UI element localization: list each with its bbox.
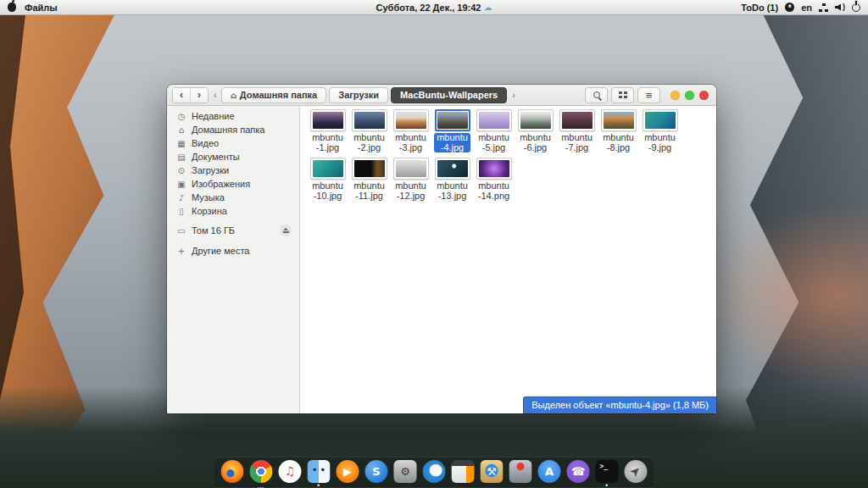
path-scroll-right-icon[interactable]: › bbox=[510, 90, 517, 100]
window-controls bbox=[670, 91, 709, 100]
file-thumbnail bbox=[393, 109, 429, 131]
dock-icon-finder[interactable]: • bbox=[308, 460, 331, 483]
file-mbuntu-7[interactable]: mbuntu -7.jpg bbox=[556, 109, 598, 158]
breadcrumb-tab-downloads[interactable]: Загрузки bbox=[329, 87, 388, 103]
search-icon bbox=[593, 92, 600, 98]
forward-button[interactable]: › bbox=[190, 88, 208, 103]
menu-button[interactable]: ≡ bbox=[637, 87, 660, 103]
file-label: mbuntu -13.jpg bbox=[437, 181, 468, 201]
grid-view-button[interactable] bbox=[611, 87, 634, 103]
file-manager-window: ‹ › ‹ ⌂ Домашняя папка Загрузки MacBuntu… bbox=[167, 85, 716, 413]
file-thumbnail-image bbox=[396, 160, 426, 177]
clock[interactable]: Суббота, 22 Дек., 19:42 ☁ bbox=[376, 3, 492, 13]
file-label-line2: -14.png bbox=[478, 191, 509, 202]
sidebar-item-icon: ◷ bbox=[176, 112, 186, 121]
sidebar-item-other-places[interactable]: + Другие места bbox=[167, 244, 299, 258]
window-header: ‹ › ‹ ⌂ Домашняя папка Загрузки MacBuntu… bbox=[167, 85, 716, 106]
sidebar-item-music[interactable]: ♪ Музыка bbox=[167, 191, 299, 204]
file-mbuntu-2[interactable]: mbuntu -2.jpg bbox=[348, 109, 390, 158]
breadcrumb-tab-home[interactable]: ⌂ Домашняя папка bbox=[221, 87, 327, 103]
path-scroll-left-icon[interactable]: ‹ bbox=[212, 90, 219, 100]
file-mbuntu-5[interactable]: mbuntu -5.jpg bbox=[473, 109, 515, 158]
sidebar-item-recent[interactable]: ◷ Недавние bbox=[167, 109, 299, 123]
sidebar-item-volume[interactable]: ▭ Том 16 ГБ bbox=[167, 224, 299, 237]
dock-icon-viber[interactable]: ☎ bbox=[567, 460, 590, 483]
file-thumbnail bbox=[310, 158, 346, 180]
file-mbuntu-14[interactable]: mbuntu -14.png bbox=[473, 158, 515, 206]
file-mbuntu-3[interactable]: mbuntu -3.jpg bbox=[390, 109, 431, 158]
dock-icon-terminal[interactable]: >_ • bbox=[596, 460, 619, 483]
file-thumbnail bbox=[393, 158, 429, 180]
disk-icon: ▭ bbox=[176, 226, 186, 236]
file-mbuntu-11[interactable]: mbuntu -11.jpg bbox=[348, 158, 390, 206]
todo-indicator[interactable]: ToDo (1) bbox=[741, 3, 778, 13]
file-mbuntu-1[interactable]: mbuntu -1.jpg bbox=[307, 109, 348, 158]
file-label: mbuntu -8.jpg bbox=[603, 133, 634, 152]
minimize-button[interactable] bbox=[670, 91, 680, 100]
file-thumbnail-image bbox=[313, 160, 343, 177]
dock-icon-music[interactable]: ♫ bbox=[279, 460, 302, 483]
keyboard-indicator-icon[interactable]: * bbox=[785, 3, 794, 12]
sidebar-item-home[interactable]: ⌂ Домашняя папка bbox=[167, 123, 299, 136]
file-mbuntu-4[interactable]: mbuntu -4.jpg bbox=[431, 109, 473, 158]
file-label-line2: -6.jpg bbox=[520, 143, 551, 153]
dock-icon-software-center[interactable]: ⚒ bbox=[481, 460, 504, 483]
sidebar-item-trash[interactable]: ▯ Корзина bbox=[167, 204, 299, 218]
file-mbuntu-8[interactable]: mbuntu -8.jpg bbox=[598, 109, 639, 158]
apple-logo-icon[interactable] bbox=[8, 3, 16, 12]
dock-icon-backup[interactable] bbox=[509, 460, 532, 483]
dock-icon-app-store[interactable]: A bbox=[538, 460, 561, 483]
dock-icon-calculator[interactable] bbox=[452, 460, 475, 483]
dock-icon-glyph: ⚙ bbox=[400, 466, 410, 477]
close-button[interactable] bbox=[699, 91, 709, 100]
dock-icon-launchpad[interactable]: ➤ bbox=[625, 460, 648, 483]
file-thumbnail bbox=[476, 109, 512, 131]
network-icon[interactable] bbox=[819, 3, 828, 12]
sidebar-item-documents[interactable]: ▤ Документы bbox=[167, 150, 299, 164]
file-label: mbuntu -3.jpg bbox=[395, 133, 426, 152]
file-mbuntu-13[interactable]: mbuntu -13.jpg bbox=[431, 158, 473, 206]
file-label-line1: mbuntu bbox=[478, 133, 509, 143]
file-thumbnail-image bbox=[354, 160, 385, 177]
volume-icon[interactable] bbox=[835, 3, 845, 12]
dock-icon-glyph: >_ bbox=[600, 463, 609, 470]
dock-running-indicator: … bbox=[250, 483, 273, 488]
file-thumbnail bbox=[435, 109, 470, 131]
dock-icon-media-player[interactable]: ▶ bbox=[337, 460, 359, 483]
maximize-button[interactable] bbox=[685, 91, 694, 100]
file-label-line1: mbuntu bbox=[395, 181, 426, 191]
file-mbuntu-10[interactable]: mbuntu -10.jpg bbox=[307, 158, 348, 206]
file-label: mbuntu -5.jpg bbox=[478, 133, 509, 152]
layout-indicator[interactable]: en bbox=[801, 3, 812, 13]
app-menu-files[interactable]: Файлы bbox=[25, 3, 58, 13]
power-icon[interactable] bbox=[852, 3, 860, 12]
search-button[interactable] bbox=[585, 87, 608, 103]
file-label: mbuntu -4.jpg bbox=[434, 133, 470, 152]
sidebar-item-videos[interactable]: ▦ Видео bbox=[167, 136, 299, 150]
desktop: Файлы Суббота, 22 Дек., 19:42 ☁ ToDo (1)… bbox=[0, 0, 868, 488]
file-label: mbuntu -2.jpg bbox=[353, 133, 385, 152]
breadcrumb-tab-current[interactable]: MacBuntu-Wallpapers bbox=[391, 87, 507, 103]
sidebar-item-downloads[interactable]: ⊙ Загрузки bbox=[167, 164, 299, 177]
dock-icon-firefox[interactable] bbox=[221, 460, 244, 483]
file-label-line1: mbuntu bbox=[437, 181, 468, 191]
dock-icon-chrome[interactable]: … bbox=[250, 460, 273, 483]
sidebar-item-icon: ♪ bbox=[176, 193, 186, 202]
dock-icon-skype[interactable]: S bbox=[365, 460, 388, 483]
file-mbuntu-6[interactable]: mbuntu -6.jpg bbox=[515, 109, 556, 158]
clock-text: Суббота, 22 Дек., 19:42 bbox=[376, 3, 481, 13]
file-thumbnail bbox=[601, 109, 637, 131]
system-tray: ToDo (1) * en bbox=[741, 3, 860, 13]
file-mbuntu-12[interactable]: mbuntu -12.jpg bbox=[390, 158, 431, 206]
sidebar-item-label: Домашняя папка bbox=[192, 125, 264, 135]
sidebar-item-pictures[interactable]: ▣ Изображения bbox=[167, 177, 299, 191]
dock-icon-mail[interactable] bbox=[423, 460, 446, 483]
sidebar-item-label: Загрузки bbox=[192, 165, 229, 175]
back-button[interactable]: ‹ bbox=[173, 88, 190, 103]
sidebar-item-icon: ⊙ bbox=[176, 166, 186, 175]
sidebar-item-label: Видео bbox=[192, 138, 219, 148]
eject-icon[interactable] bbox=[280, 225, 292, 236]
file-label-line2: -2.jpg bbox=[353, 143, 385, 153]
file-mbuntu-9[interactable]: mbuntu -9.jpg bbox=[639, 109, 681, 158]
dock-icon-system-settings[interactable]: ⚙ bbox=[394, 460, 417, 483]
